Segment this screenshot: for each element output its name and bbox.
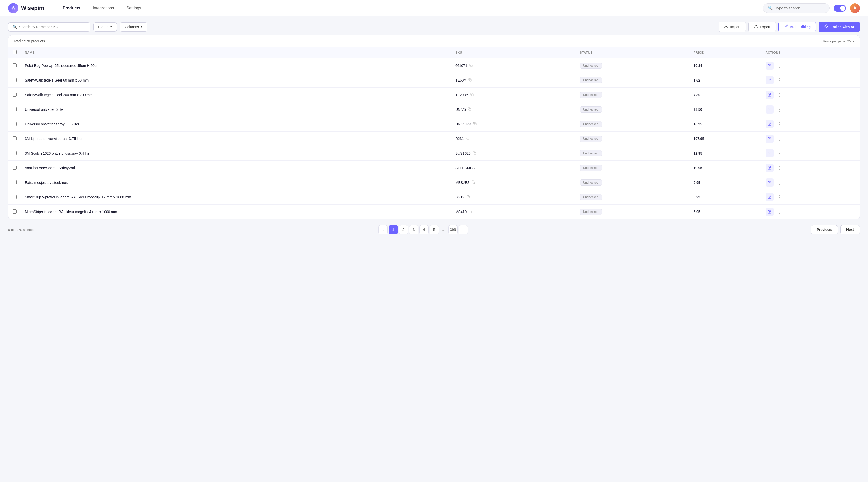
search-icon: 🔍: [768, 6, 773, 10]
chevron-down-icon: ▾: [853, 39, 855, 43]
status-filter-button[interactable]: Status ▾: [93, 22, 117, 31]
more-options-button[interactable]: ⋮: [775, 178, 783, 187]
page-nav-buttons: Previous Next: [811, 225, 860, 234]
nav-products[interactable]: Products: [56, 4, 86, 12]
row-name: Voor het verwijderen SafetyWalk: [21, 161, 451, 175]
chevron-down-icon: ▾: [141, 25, 143, 28]
row-checkbox[interactable]: [12, 63, 17, 67]
page-3-button[interactable]: 3: [409, 225, 418, 234]
more-options-button[interactable]: ⋮: [775, 135, 783, 143]
avatar[interactable]: A: [850, 3, 860, 13]
edit-button[interactable]: [766, 208, 774, 216]
logo-icon: [8, 3, 19, 13]
product-search-input[interactable]: [19, 25, 86, 29]
edit-button[interactable]: [766, 76, 774, 84]
more-options-button[interactable]: ⋮: [775, 91, 783, 99]
global-search[interactable]: 🔍: [763, 3, 830, 13]
edit-button[interactable]: [766, 61, 774, 70]
row-checkbox[interactable]: [12, 92, 17, 97]
enrich-ai-button[interactable]: Enrich with AI: [818, 22, 860, 32]
status-badge: Unchecked: [580, 136, 602, 142]
copy-sku-icon[interactable]: [473, 122, 476, 126]
row-checkbox-cell: [8, 146, 21, 161]
copy-sku-icon[interactable]: [469, 64, 473, 68]
row-checkbox-cell: [8, 88, 21, 102]
edit-button[interactable]: [766, 164, 774, 172]
copy-sku-icon[interactable]: [472, 180, 475, 185]
copy-sku-icon[interactable]: [468, 107, 471, 112]
copy-sku-icon[interactable]: [466, 137, 469, 141]
more-options-button[interactable]: ⋮: [775, 76, 783, 84]
export-button[interactable]: Export: [748, 22, 776, 32]
more-options-button[interactable]: ⋮: [775, 208, 783, 216]
more-options-button[interactable]: ⋮: [775, 193, 783, 201]
import-button[interactable]: Import: [719, 22, 746, 32]
prev-page-arrow[interactable]: ‹: [378, 225, 388, 234]
row-actions: ⋮: [762, 73, 860, 88]
navbar: Wisepim Products Integrations Settings 🔍…: [0, 0, 868, 17]
edit-button[interactable]: [766, 105, 774, 114]
more-options-button[interactable]: ⋮: [775, 164, 783, 172]
row-name: MicroStrips in iedere RAL kleur mogelijk…: [21, 205, 451, 219]
svg-rect-7: [469, 109, 471, 111]
page-4-button[interactable]: 4: [420, 225, 429, 234]
select-all-checkbox[interactable]: [12, 50, 17, 54]
more-options-button[interactable]: ⋮: [775, 61, 783, 70]
more-options-button[interactable]: ⋮: [775, 149, 783, 158]
columns-button[interactable]: Columns ▾: [120, 22, 147, 31]
next-page-arrow[interactable]: ›: [459, 225, 468, 234]
edit-button[interactable]: [766, 193, 774, 201]
edit-button[interactable]: [766, 135, 774, 143]
row-checkbox[interactable]: [12, 122, 17, 126]
more-options-button[interactable]: ⋮: [775, 120, 783, 128]
more-options-button[interactable]: ⋮: [775, 105, 783, 114]
row-price: 7.30: [689, 88, 761, 102]
edit-button[interactable]: [766, 120, 774, 128]
previous-button[interactable]: Previous: [811, 225, 838, 234]
row-actions: ⋮: [762, 146, 860, 161]
row-actions: ⋮: [762, 132, 860, 146]
selection-info: 0 of 9970 selected: [8, 228, 35, 232]
row-checkbox[interactable]: [12, 180, 17, 185]
next-button[interactable]: Next: [840, 225, 860, 234]
product-search-bar[interactable]: 🔍: [8, 22, 90, 31]
page-2-button[interactable]: 2: [399, 225, 408, 234]
global-search-input[interactable]: [775, 6, 825, 10]
table-row: Polet Bag Pop Up 95L doorsnee 45cm H:60c…: [8, 58, 860, 73]
row-checkbox[interactable]: [12, 151, 17, 155]
page-last-button[interactable]: 399: [448, 225, 458, 234]
rows-per-page-control[interactable]: Rows per page: 25 ▾: [823, 39, 855, 43]
edit-button[interactable]: [766, 91, 774, 99]
nav-integrations[interactable]: Integrations: [87, 4, 120, 12]
theme-toggle[interactable]: [834, 5, 846, 11]
sku-value: 661071: [455, 64, 467, 68]
status-badge: Unchecked: [580, 106, 602, 113]
row-checkbox[interactable]: [12, 107, 17, 111]
edit-button[interactable]: [766, 178, 774, 187]
sku-value: SG12: [455, 195, 464, 199]
page-5-button[interactable]: 5: [430, 225, 439, 234]
copy-sku-icon[interactable]: [468, 78, 472, 82]
row-checkbox[interactable]: [12, 195, 17, 199]
copy-sku-icon[interactable]: [470, 93, 474, 97]
page-1-button[interactable]: 1: [389, 225, 398, 234]
sku-value: TE60Y: [455, 78, 466, 82]
table-row: MicroStrips in iedere RAL kleur mogelijk…: [8, 205, 860, 219]
copy-sku-icon[interactable]: [467, 195, 470, 199]
row-status: Unchecked: [576, 205, 689, 219]
row-checkbox[interactable]: [12, 166, 17, 170]
row-checkbox[interactable]: [12, 209, 17, 214]
bulk-editing-button[interactable]: Bulk Editing: [778, 22, 816, 32]
row-checkbox[interactable]: [12, 78, 17, 82]
app-logo[interactable]: Wisepim: [8, 3, 44, 13]
row-sku: MESJES: [451, 175, 576, 190]
edit-button[interactable]: [766, 149, 774, 158]
table-meta: Total 9970 products Rows per page: 25 ▾: [8, 35, 860, 47]
price-value: 5.95: [693, 210, 700, 214]
copy-sku-icon[interactable]: [473, 151, 476, 155]
copy-sku-icon[interactable]: [469, 210, 472, 214]
row-checkbox[interactable]: [12, 136, 17, 141]
copy-sku-icon[interactable]: [477, 166, 480, 170]
nav-settings[interactable]: Settings: [120, 4, 147, 12]
status-badge: Unchecked: [580, 179, 602, 186]
